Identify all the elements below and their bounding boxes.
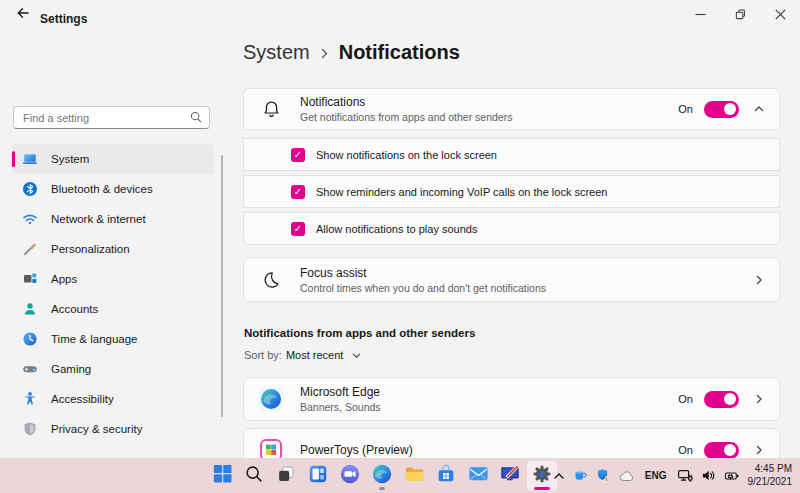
- mail-button[interactable]: [463, 461, 493, 491]
- language-indicator[interactable]: ENG: [643, 470, 669, 481]
- notifications-subtitle: Get notifications from apps and other se…: [300, 111, 512, 123]
- selection-accent-bar: [12, 151, 15, 167]
- sidebar-scrollbar[interactable]: [221, 155, 223, 417]
- gamepad-icon: [22, 361, 38, 377]
- security-shield-warning-icon[interactable]: [596, 468, 611, 483]
- search-input[interactable]: [23, 112, 190, 124]
- cup-app-tray-icon[interactable]: [573, 468, 588, 483]
- sidebar-item-label: Network & internet: [51, 213, 146, 225]
- sidebar-item-privacy-security[interactable]: Privacy & security: [12, 414, 214, 444]
- focus-assist-subtitle: Control times when you do and don't get …: [300, 282, 546, 294]
- sidebar-item-system[interactable]: System: [12, 144, 214, 174]
- sidebar-item-bluetooth-devices[interactable]: Bluetooth & devices: [12, 174, 214, 204]
- tray-overflow-button[interactable]: [553, 467, 565, 485]
- sidebar-item-personalization[interactable]: Personalization: [12, 234, 214, 264]
- chat-icon: [339, 463, 361, 489]
- sidebar-item-time-language[interactable]: Time & language: [12, 324, 214, 354]
- app-title: Settings: [40, 12, 87, 26]
- app-name: Microsoft Edge: [300, 385, 381, 399]
- accessibility-person-icon: [22, 391, 38, 407]
- edge-button[interactable]: [367, 461, 397, 491]
- widgets-icon: [307, 463, 329, 489]
- store-icon: [435, 463, 457, 489]
- sidebar-item-gaming[interactable]: Gaming: [12, 354, 214, 384]
- chevron-up-icon: [553, 467, 565, 485]
- wifi-icon: [22, 211, 38, 227]
- option-row-reminders-voip: Show reminders and incoming VoIP calls o…: [243, 175, 780, 208]
- main-content: System Notifications Notifications Get n…: [243, 28, 780, 458]
- sidebar-item-label: Personalization: [51, 243, 130, 255]
- sidebar-nav: System Bluetooth & devices Network & int…: [12, 144, 214, 444]
- sidebar-item-network-internet[interactable]: Network & internet: [12, 204, 214, 234]
- sidebar-item-accessibility[interactable]: Accessibility: [12, 384, 214, 414]
- edge-app-icon: [257, 386, 285, 412]
- taskbar: ENG 4:45 PM 9/21/2021: [0, 458, 800, 493]
- search-box[interactable]: [13, 106, 210, 129]
- mail-icon: [467, 462, 490, 489]
- sidebar-item-label: Accessibility: [51, 393, 114, 405]
- powertoys-notifications-toggle[interactable]: [704, 442, 739, 459]
- option-label: Allow notifications to play sounds: [316, 223, 477, 235]
- desktop-pen-icon: [499, 463, 521, 489]
- volume-icon[interactable]: [701, 468, 716, 483]
- settings-gear-icon: [531, 463, 553, 489]
- onedrive-cloud-icon[interactable]: [619, 469, 635, 482]
- app-row-microsoft-edge[interactable]: Microsoft Edge Banners, Sounds On: [243, 377, 780, 421]
- toggle-state-label: On: [678, 393, 693, 405]
- sidebar-item-label: Privacy & security: [51, 423, 142, 435]
- network-display-icon[interactable]: [677, 468, 693, 484]
- clock[interactable]: 4:45 PM 9/21/2021: [748, 463, 795, 488]
- active-window-indicator: [534, 487, 550, 490]
- sidebar-item-accounts[interactable]: Accounts: [12, 294, 214, 324]
- back-arrow-icon: [15, 6, 30, 24]
- notifications-setting-row[interactable]: Notifications Get notifications from app…: [243, 88, 780, 130]
- chat-button[interactable]: [335, 461, 365, 491]
- powertoys-app-icon: [257, 438, 285, 458]
- start-button[interactable]: [207, 461, 237, 491]
- checkbox-checked[interactable]: [291, 222, 305, 236]
- notifications-toggle[interactable]: [704, 101, 739, 118]
- app-row-powertoys[interactable]: PowerToys (Preview) On: [243, 428, 780, 458]
- taskbar-search-button[interactable]: [239, 461, 269, 491]
- taskbar-center-icons: [207, 460, 557, 491]
- window-controls: [680, 0, 800, 28]
- focus-assist-row[interactable]: Focus assist Control times when you do a…: [243, 257, 780, 302]
- start-icon: [211, 462, 234, 489]
- restore-button[interactable]: [720, 0, 760, 28]
- file-explorer-button[interactable]: [399, 461, 429, 491]
- desktop-pen-app-button[interactable]: [495, 461, 525, 491]
- sidebar-item-apps[interactable]: Apps: [12, 264, 214, 294]
- battery-plug-icon[interactable]: [724, 469, 740, 483]
- close-button[interactable]: [760, 0, 800, 28]
- checkbox-checked[interactable]: [291, 185, 305, 199]
- collapse-chevron-up-icon[interactable]: [753, 103, 765, 115]
- widgets-button[interactable]: [303, 461, 333, 491]
- toggle-state-label: On: [678, 444, 693, 456]
- sort-dropdown[interactable]: Sort by: Most recent: [244, 349, 362, 361]
- checkbox-checked[interactable]: [291, 148, 305, 162]
- titlebar: Settings: [0, 0, 800, 30]
- toggle-state-label: On: [678, 103, 693, 115]
- minimize-button[interactable]: [680, 0, 720, 28]
- search-icon: [243, 463, 265, 489]
- sort-value: Most recent: [286, 349, 343, 361]
- person-icon: [22, 301, 38, 317]
- option-label: Show notifications on the lock screen: [316, 149, 497, 161]
- chevron-right-icon: [753, 274, 765, 286]
- apps-grid-icon: [22, 271, 38, 287]
- breadcrumb-system[interactable]: System: [243, 41, 310, 64]
- sidebar-item-label: Gaming: [51, 363, 91, 375]
- breadcrumb-chevron-icon: [320, 47, 329, 60]
- store-button[interactable]: [431, 461, 461, 491]
- shield-icon: [22, 421, 38, 437]
- toggle-knob: [724, 444, 736, 456]
- breadcrumb: System Notifications: [243, 41, 460, 64]
- file-explorer-icon: [403, 462, 426, 489]
- back-button[interactable]: [8, 4, 36, 26]
- app-notification-types: Banners, Sounds: [300, 401, 381, 413]
- sidebar-item-label: Accounts: [51, 303, 98, 315]
- edge-notifications-toggle[interactable]: [704, 391, 739, 408]
- task-view-button[interactable]: [271, 461, 301, 491]
- option-label: Show reminders and incoming VoIP calls o…: [316, 186, 607, 198]
- tray-time: 4:45 PM: [748, 463, 793, 476]
